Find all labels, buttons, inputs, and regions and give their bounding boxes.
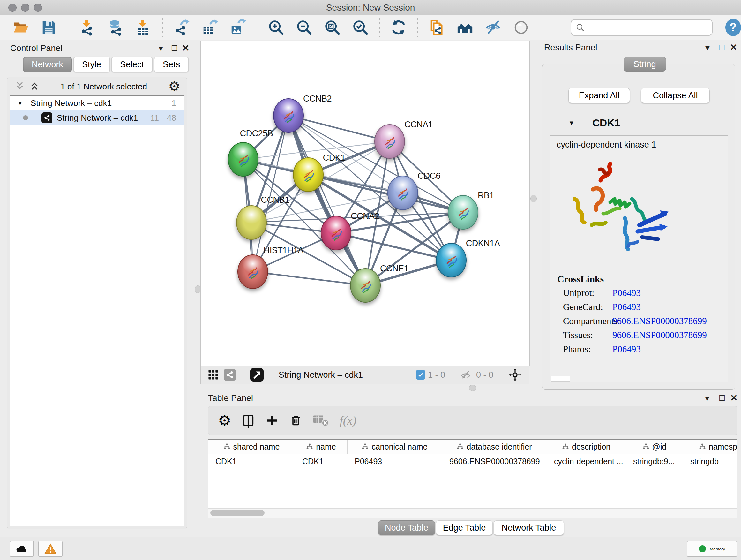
export-network-button[interactable] [172, 18, 191, 37]
import-network-database-button[interactable] [106, 18, 125, 37]
crosslink-compartments-link[interactable]: 9606.ENSP00000378699 [612, 316, 707, 326]
open-session-button[interactable] [11, 18, 30, 37]
help-button[interactable]: ? [725, 19, 741, 36]
node-bubble[interactable] [293, 158, 324, 192]
collapse-all-networks-button[interactable] [15, 81, 24, 92]
cloud-status-button[interactable] [10, 541, 34, 557]
hidden-elements-button[interactable] [460, 369, 471, 380]
import-table-file-button[interactable] [134, 18, 152, 37]
control-panel-close-button[interactable]: ✕ [182, 44, 189, 53]
control-panel-float-button[interactable]: □ [172, 44, 177, 52]
search-input[interactable] [585, 22, 708, 33]
expand-all-networks-button[interactable] [30, 81, 39, 92]
memory-button[interactable]: Memory [687, 541, 737, 557]
inner-scrollbar[interactable] [551, 376, 570, 381]
network-options-gear-button[interactable]: ⚙ [168, 80, 180, 93]
network-canvas[interactable]: CCNB2 CCNA1 CDC25B CDK1 CDC6 RB1 CCNB1 C… [200, 41, 530, 366]
function-builder-button-disabled[interactable]: f(x) [340, 414, 356, 428]
tab-network[interactable]: Network [23, 57, 72, 72]
create-column-button[interactable] [266, 414, 279, 427]
cell-at-id[interactable]: stringdb:9... [626, 457, 683, 466]
zoom-fit-button[interactable] [323, 18, 341, 37]
control-panel-collapse-button[interactable]: ▼ [157, 45, 165, 52]
cell-name[interactable]: CDK1 [295, 457, 347, 466]
delete-table-icon [313, 414, 329, 427]
tab-sets[interactable]: Sets [154, 57, 189, 72]
node-bubble[interactable] [321, 216, 351, 250]
scrollbar-thumb[interactable] [210, 510, 265, 516]
table-panel-float-button[interactable]: □ [719, 393, 725, 402]
crosslink-pharos-link[interactable]: P06493 [612, 344, 641, 354]
export-table-button[interactable] [200, 18, 219, 37]
crosslink-uniprot-link[interactable]: P06493 [612, 288, 641, 298]
string-glass-ball-button[interactable] [512, 18, 530, 37]
results-panel-float-button[interactable]: □ [719, 43, 724, 52]
section-collapse-arrow-icon[interactable]: ▼ [568, 119, 575, 127]
left-splitter-handle[interactable] [195, 286, 201, 293]
birdseye-view-button[interactable] [250, 368, 264, 381]
node-bubble[interactable] [236, 205, 267, 240]
tab-network-table[interactable]: Network Table [494, 520, 564, 535]
node-bubble[interactable] [273, 98, 304, 133]
string-style-button[interactable] [224, 369, 236, 381]
string-show-labels-button[interactable] [484, 18, 502, 37]
node-bubble[interactable] [238, 254, 268, 289]
refresh-view-button[interactable] [389, 18, 408, 37]
crosslink-genecard-link[interactable]: P06493 [612, 302, 641, 312]
node-bubble[interactable] [436, 243, 467, 277]
results-panel-close-button[interactable]: ✕ [730, 43, 737, 52]
zoom-in-button[interactable] [267, 18, 285, 37]
cell-shared-name[interactable]: CDK1 [208, 457, 295, 466]
node-bubble[interactable] [228, 142, 259, 177]
column-header-description[interactable]: description [547, 440, 626, 454]
delete-table-button-disabled[interactable] [313, 414, 329, 427]
grid-view-button[interactable] [208, 369, 219, 380]
node-bubble[interactable] [448, 195, 478, 230]
node-bubble[interactable] [374, 124, 405, 159]
gene-section-header[interactable]: ▼ CDK1 [546, 113, 732, 135]
collection-expand-arrow-icon[interactable]: ▼ [17, 100, 23, 107]
search-box[interactable] [570, 19, 713, 36]
column-header-database-identifier[interactable]: database identifier [442, 440, 547, 454]
string-protein-query-button[interactable] [428, 18, 446, 37]
column-header-name[interactable]: name [295, 440, 347, 454]
network-collection-row[interactable]: ▼ String Network – cdk1 1 [10, 96, 184, 111]
export-image-button[interactable] [228, 18, 247, 37]
warnings-button[interactable] [38, 541, 63, 557]
center-view-button[interactable] [509, 368, 522, 381]
selected-nodes-checkbox[interactable] [416, 370, 425, 380]
show-columns-button[interactable] [241, 414, 255, 428]
cell-database-identifier[interactable]: 9606.ENSP00000378699 [442, 457, 547, 466]
table-panel-collapse-button[interactable]: ▼ [703, 395, 711, 402]
cell-namespace[interactable]: stringdb [683, 457, 737, 466]
table-options-gear-button[interactable]: ⚙ [218, 413, 231, 428]
column-header-namespace[interactable]: namespace [683, 440, 737, 454]
column-header-canonical-name[interactable]: canonical name [347, 440, 442, 454]
delete-column-button[interactable] [289, 414, 302, 427]
column-header-shared-name[interactable]: shared name [208, 440, 295, 454]
column-header-at-id[interactable]: @id [626, 440, 683, 454]
cell-description[interactable]: cyclin-dependent ... [547, 457, 626, 466]
table-horizontal-scrollbar[interactable] [208, 508, 737, 517]
bottom-splitter-handle[interactable] [469, 385, 476, 391]
results-panel-collapse-button[interactable]: ▼ [704, 44, 711, 52]
results-tab-string[interactable]: String [623, 57, 666, 71]
string-home-button[interactable] [456, 18, 474, 37]
tab-edge-table[interactable]: Edge Table [436, 520, 493, 535]
node-bubble[interactable] [350, 268, 381, 303]
save-session-button[interactable] [40, 18, 58, 37]
tab-select[interactable]: Select [111, 57, 152, 72]
cell-canonical-name[interactable]: P06493 [347, 457, 442, 466]
tab-node-table[interactable]: Node Table [378, 520, 435, 535]
collapse-all-button[interactable]: Collapse All [641, 88, 710, 103]
table-panel-close-button[interactable]: ✕ [730, 394, 738, 402]
import-network-file-button[interactable] [78, 18, 96, 37]
zoom-selected-button[interactable] [351, 18, 369, 37]
crosslink-tissues-link[interactable]: 9606.ENSP00000378699 [612, 330, 707, 340]
table-row[interactable]: CDK1 CDK1 P06493 9606.ENSP00000378699 cy… [208, 454, 737, 469]
network-row-selected[interactable]: String Network – cdk1 11 48 [10, 111, 184, 125]
node-bubble[interactable] [387, 176, 418, 210]
zoom-out-button[interactable] [295, 18, 313, 37]
tab-style[interactable]: Style [73, 57, 110, 72]
expand-all-button[interactable]: Expand All [568, 88, 630, 103]
